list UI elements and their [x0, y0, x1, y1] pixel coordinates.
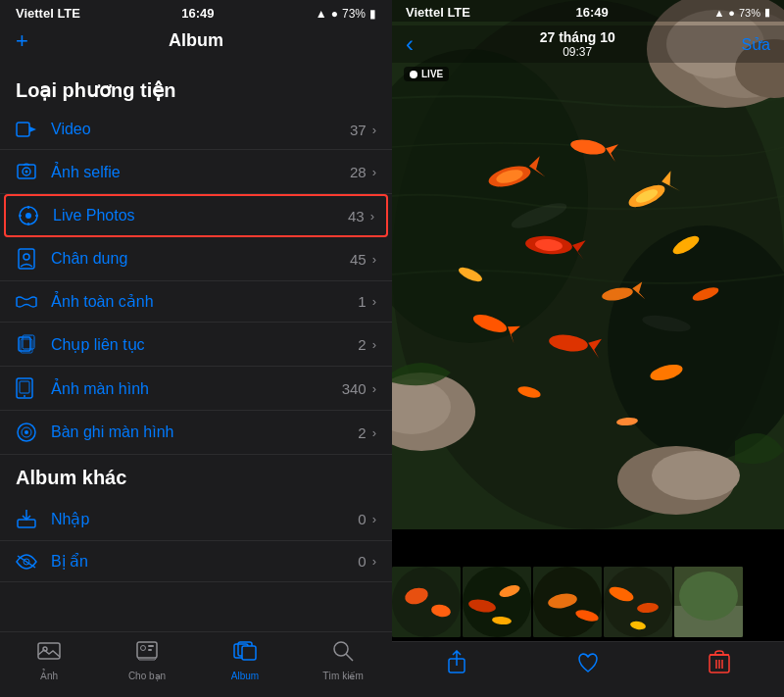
tab-for-you[interactable]: Cho bạn: [98, 640, 196, 681]
right-battery-area: ▲ ● 73%▮: [713, 6, 770, 19]
video-label: Video: [43, 121, 350, 138]
svg-rect-18: [20, 381, 29, 393]
svg-point-4: [25, 171, 28, 174]
main-photo-area[interactable]: LIVE: [392, 0, 784, 563]
left-carrier: Viettel LTE: [16, 6, 80, 21]
left-battery-area: ▲ ● 73% ▮: [316, 7, 376, 21]
burst-chevron: ›: [372, 337, 376, 352]
menu-item-burst[interactable]: Chụp liên tục 2 ›: [0, 323, 392, 367]
thumbnail-3[interactable]: [533, 567, 602, 637]
other-section-header: Album khác: [0, 455, 392, 497]
back-button[interactable]: ‹: [406, 30, 414, 58]
tab-album[interactable]: Album: [196, 640, 294, 681]
tab-photos[interactable]: Ảnh: [0, 640, 98, 681]
import-count: 0: [358, 511, 366, 527]
menu-item-video[interactable]: Video 37 ›: [0, 110, 392, 150]
for-you-tab-label: Cho bạn: [128, 671, 166, 681]
portrait-count: 45: [350, 251, 367, 268]
thumbnail-5[interactable]: [674, 567, 743, 637]
svg-rect-0: [17, 123, 29, 136]
menu-item-screen-record[interactable]: Bàn ghi màn hình 2 ›: [0, 411, 392, 455]
menu-item-panorama[interactable]: Ảnh toàn cảnh 1 ›: [0, 281, 392, 323]
screenshot-chevron: ›: [372, 381, 376, 396]
tab-search[interactable]: Tìm kiếm: [294, 640, 392, 681]
screenshot-icon: [16, 377, 43, 399]
left-status-bar: Viettel LTE 16:49 ▲ ● 73% ▮: [0, 0, 392, 25]
svg-point-86: [679, 572, 738, 621]
portrait-chevron: ›: [372, 252, 376, 267]
selfie-count: 28: [350, 164, 367, 180]
live-photos-icon: [18, 205, 45, 226]
selfie-label: Ảnh selfie: [43, 163, 350, 181]
live-photos-label: Live Photos: [45, 207, 348, 224]
portrait-icon: [16, 248, 43, 270]
screenshot-label: Ảnh màn hình: [43, 379, 342, 398]
favorite-button[interactable]: [575, 651, 601, 680]
search-tab-icon: [332, 640, 354, 668]
svg-point-21: [24, 430, 28, 434]
svg-marker-1: [29, 126, 36, 132]
battery-icon: ▮: [369, 7, 376, 21]
svg-rect-30: [148, 649, 152, 651]
hidden-icon: [16, 554, 43, 570]
burst-label: Chụp liên tục: [43, 335, 358, 354]
battery-text: 73%: [342, 7, 366, 21]
search-tab-label: Tìm kiếm: [322, 671, 364, 681]
live-photos-chevron: ›: [370, 209, 374, 224]
add-album-button[interactable]: +: [16, 28, 28, 54]
screenshot-count: 340: [342, 380, 367, 397]
screen-record-count: 2: [358, 424, 366, 441]
left-nav-title: Album: [169, 30, 223, 51]
screen-record-label: Bàn ghi màn hình: [43, 423, 358, 441]
svg-rect-25: [38, 643, 60, 659]
album-tab-label: Album: [231, 671, 259, 681]
menu-item-portrait[interactable]: Chân dung 45 ›: [0, 237, 392, 281]
thumbnail-4[interactable]: [604, 567, 672, 637]
share-button[interactable]: [446, 650, 467, 681]
signal-icon: ▲: [316, 7, 327, 21]
right-toolbar: [392, 641, 784, 697]
menu-item-live-photos[interactable]: Live Photos 43 ›: [4, 194, 388, 237]
thumbnail-2[interactable]: [463, 567, 531, 637]
menu-item-hidden[interactable]: Bị ẩn 0 ›: [0, 541, 392, 582]
photo-tab-icon: [37, 640, 61, 668]
svg-rect-33: [242, 646, 256, 660]
menu-item-selfie[interactable]: Ảnh selfie 28 ›: [0, 150, 392, 194]
right-panel: Viettel LTE 16:49 ▲ ● 73%▮ ‹ 27 tháng 10…: [392, 0, 784, 697]
edit-button[interactable]: Sửa: [741, 35, 770, 54]
svg-rect-29: [148, 645, 154, 647]
svg-point-47: [652, 451, 740, 500]
live-text: LIVE: [421, 69, 443, 79]
burst-icon: [16, 333, 43, 355]
video-icon: [16, 121, 43, 138]
svg-rect-22: [18, 520, 35, 527]
left-tab-bar: Ảnh Cho bạn Albu: [0, 631, 392, 697]
thumbnail-1[interactable]: [392, 567, 461, 637]
media-section-header: Loại phương tiện: [0, 67, 392, 110]
pond-image: [392, 0, 784, 529]
hidden-chevron: ›: [372, 554, 376, 569]
svg-point-17: [24, 395, 25, 397]
right-nav-date-area: 27 tháng 10 09:37: [540, 29, 615, 59]
screen-record-chevron: ›: [372, 425, 376, 440]
screen-record-icon: [16, 422, 43, 443]
thumbnail-strip: [392, 563, 784, 641]
import-label: Nhập: [43, 510, 358, 528]
svg-point-6: [25, 213, 31, 219]
album-tab-icon: [233, 640, 257, 668]
delete-button[interactable]: [709, 650, 730, 681]
import-chevron: ›: [372, 512, 376, 526]
right-time: 16:49: [576, 5, 609, 20]
photos-tab-label: Ảnh: [40, 671, 58, 681]
selfie-chevron: ›: [372, 165, 376, 179]
left-panel: Viettel LTE 16:49 ▲ ● 73% ▮ + Album Loại…: [0, 0, 392, 697]
menu-item-import[interactable]: Nhập 0 ›: [0, 497, 392, 541]
right-nav-date: 27 tháng 10: [540, 29, 615, 45]
selfie-icon: [16, 161, 43, 182]
right-nav-time: 09:37: [563, 45, 592, 59]
panorama-icon: [16, 294, 43, 310]
svg-line-35: [346, 654, 353, 661]
svg-rect-27: [137, 642, 157, 658]
right-signal-icon: ▲: [713, 7, 724, 19]
menu-item-screenshot[interactable]: Ảnh màn hình 340 ›: [0, 367, 392, 411]
